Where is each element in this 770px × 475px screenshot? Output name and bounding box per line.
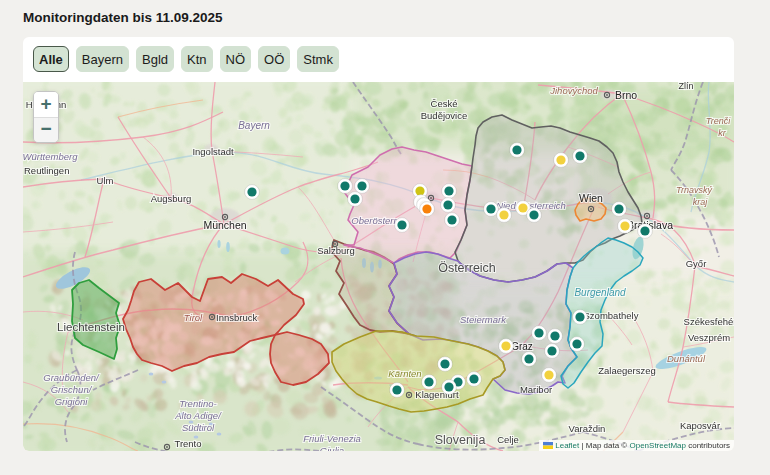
svg-text:Innsbruck: Innsbruck — [216, 312, 257, 323]
svg-text:Südtirol: Südtirol — [182, 422, 215, 433]
svg-text:Székesfehér: Székesfehér — [684, 316, 734, 327]
svg-text:Jihovýchod: Jihovýchod — [549, 85, 598, 96]
svg-text:Budějovice: Budějovice — [421, 110, 467, 121]
svg-text:Slovenija: Slovenija — [435, 433, 486, 447]
svg-text:Wien: Wien — [579, 192, 603, 204]
svg-text:Győr: Győr — [686, 258, 707, 269]
svg-text:Zalaegerszeg: Zalaegerszeg — [598, 365, 656, 376]
svg-text:Žlín: Žlín — [678, 82, 693, 91]
svg-text:Burgenland: Burgenland — [574, 287, 626, 298]
svg-text:kraj: kraj — [693, 197, 709, 207]
svg-text:Trentino-: Trentino- — [179, 398, 216, 409]
svg-text:Szombathely: Szombathely — [584, 310, 639, 321]
svg-text:kr: kr — [718, 128, 727, 138]
svg-text:Brno: Brno — [615, 89, 637, 101]
svg-text:Bayern: Bayern — [238, 120, 270, 131]
svg-text:Dunántúl: Dunántúl — [667, 353, 706, 364]
svg-text:Maribor: Maribor — [520, 384, 552, 395]
svg-text:Reutlingen: Reutlingen — [24, 165, 69, 176]
svg-text:Trnavský: Trnavský — [676, 185, 712, 195]
svg-text:Graubünden/: Graubünden/ — [43, 372, 100, 383]
svg-text:Augsburg: Augsburg — [151, 193, 192, 204]
svg-text:Kaposvár: Kaposvár — [680, 420, 720, 431]
svg-text:Graz: Graz — [511, 341, 533, 352]
svg-text:Trenči: Trenči — [706, 116, 731, 126]
svg-text:Giulia: Giulia — [320, 445, 344, 451]
svg-text:München: München — [203, 219, 246, 231]
svg-text:Veszprém: Veszprém — [688, 332, 730, 343]
svg-text:Oberösterr: Oberösterr — [351, 215, 397, 226]
svg-text:Württemberg: Württemberg — [23, 151, 78, 162]
svg-text:Alto Adige/: Alto Adige/ — [174, 410, 222, 421]
svg-text:Tirol: Tirol — [184, 312, 203, 323]
svg-text:Grischun/: Grischun/ — [51, 384, 93, 395]
svg-text:Steiermark: Steiermark — [460, 314, 507, 325]
svg-text:Liechtenstein: Liechtenstein — [57, 321, 125, 333]
svg-text:Ulm: Ulm — [97, 175, 114, 186]
svg-text:Ingolstadt: Ingolstadt — [192, 146, 234, 157]
svg-text:Kärnten: Kärnten — [388, 368, 421, 379]
svg-text:Österreich: Österreich — [438, 261, 496, 275]
svg-text:Varaždin: Varaždin — [569, 423, 606, 434]
svg-text:České: České — [431, 98, 458, 109]
svg-text:Grigioni: Grigioni — [55, 396, 89, 407]
svg-text:Friuli-Venezia: Friuli-Venezia — [303, 433, 361, 444]
svg-text:Celje: Celje — [497, 434, 519, 445]
svg-text:Trento: Trento — [174, 438, 201, 449]
